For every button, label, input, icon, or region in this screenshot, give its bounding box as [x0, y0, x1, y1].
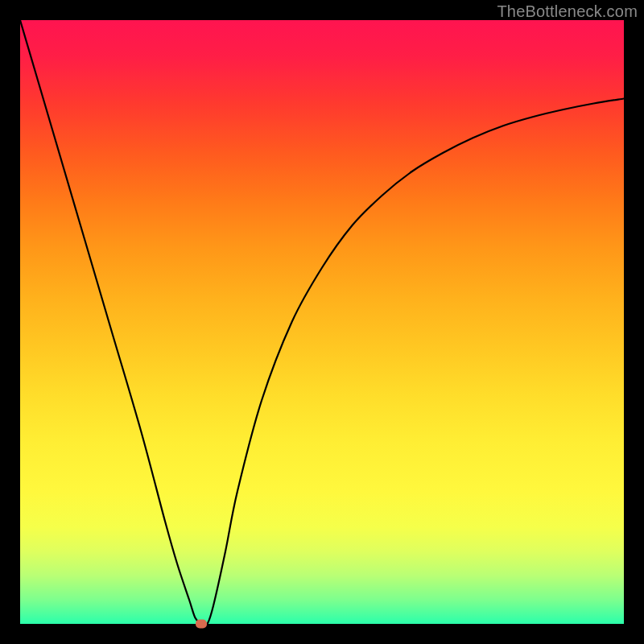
- attribution-text: TheBottleneck.com: [497, 2, 638, 21]
- bottleneck-curve: [20, 20, 624, 624]
- optimum-marker: [196, 620, 207, 629]
- plot-area: [20, 20, 624, 624]
- chart-frame: TheBottleneck.com: [0, 0, 644, 644]
